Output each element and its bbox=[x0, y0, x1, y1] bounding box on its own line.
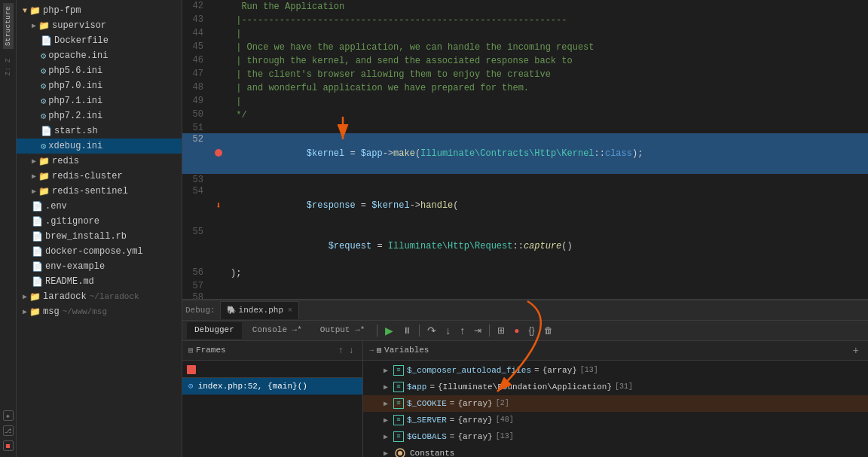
var-item-globals[interactable]: ≡ $GLOBALS = {array} [13] bbox=[363, 428, 868, 445]
frames-nav-down[interactable]: ↓ bbox=[346, 344, 356, 356]
sidebar-item-msg[interactable]: ▶ 📁 msg ~/www/msg bbox=[17, 304, 182, 319]
ini-icon: ⚙ bbox=[41, 141, 46, 152]
breakpoint-dot[interactable] bbox=[215, 149, 222, 157]
sidebar-item-env-example[interactable]: 📄 env-example bbox=[17, 259, 182, 274]
code-line-45: 45 | Once we have the application, we ca… bbox=[182, 41, 868, 54]
tab-debugger[interactable]: Debugger bbox=[187, 322, 242, 339]
folder-icon: 📁 bbox=[29, 291, 41, 303]
var-list: ≡ $_composer_autoload_files = {array} [1… bbox=[363, 361, 868, 457]
structure-tab[interactable]: Structure bbox=[3, 3, 14, 49]
frames-nav-up[interactable]: ↑ bbox=[335, 344, 346, 356]
var-item-cookie[interactable]: ≡ $_COOKIE = {array} [2] bbox=[363, 395, 868, 412]
sidebar-item-readme[interactable]: 📄 README.md bbox=[17, 274, 182, 289]
var-item-server[interactable]: ≡ $_SERVER = {array} [48] bbox=[363, 412, 868, 428]
pause-button[interactable]: ⏸ bbox=[399, 324, 414, 337]
array-type-icon-cookie: ≡ bbox=[393, 398, 404, 409]
frame-item-main[interactable]: ⊙ index.php:52, {main}() bbox=[182, 378, 362, 395]
ini-icon: ⚙ bbox=[41, 50, 46, 62]
envex-icon: 📄 bbox=[32, 261, 43, 273]
frame-icon: ⊙ bbox=[188, 381, 194, 391]
env-icon: 📄 bbox=[32, 201, 43, 212]
folder-icon: 📁 bbox=[38, 171, 50, 182]
sidebar-item-laradock[interactable]: ▶ 📁 laradock ~/laradock bbox=[17, 289, 182, 304]
code-line-56: 56 ); bbox=[182, 267, 868, 280]
yml-icon: 📄 bbox=[32, 246, 43, 257]
code-line-42: 42 Run the Application bbox=[182, 0, 868, 14]
step-over-button[interactable]: ↷ bbox=[424, 323, 439, 338]
bookmark-icon[interactable]: ◈ bbox=[3, 410, 14, 421]
constants-icon bbox=[393, 448, 407, 457]
debug-toolbar: Debugger Console →* Output →* ▶ ⏸ ↷ ↓ ↑ … bbox=[182, 321, 868, 341]
folder-icon: 📁 bbox=[38, 186, 50, 197]
code-area: 42 Run the Application 43 |-------------… bbox=[182, 0, 868, 457]
var-item-autoload[interactable]: ≡ $_composer_autoload_files = {array} [1… bbox=[363, 362, 868, 379]
frame-stop-button[interactable] bbox=[187, 365, 196, 374]
sidebar-item-supervisor[interactable]: ▶ 📁 supervisor bbox=[17, 18, 182, 33]
ini-icon: ⚙ bbox=[41, 96, 46, 107]
code-line-46: 46 | through the kernel, and send the as… bbox=[182, 54, 868, 68]
code-line-44: 44 | bbox=[182, 27, 868, 41]
run-to-cursor-button[interactable]: ⇥ bbox=[471, 324, 484, 337]
toolbar-separator-2 bbox=[419, 324, 420, 337]
frame-label: index.php:52, {main}() bbox=[198, 382, 307, 391]
step-into-button[interactable]: ↓ bbox=[442, 323, 454, 338]
step-out-button[interactable]: ↑ bbox=[457, 323, 468, 338]
script-button[interactable]: {} bbox=[526, 324, 538, 337]
var-item-constants[interactable]: Constants bbox=[363, 445, 868, 457]
debug-tab-close[interactable]: × bbox=[288, 306, 292, 315]
sidebar-item-startsh[interactable]: 📄 start.sh bbox=[17, 123, 182, 139]
expand-icon-server[interactable] bbox=[381, 416, 390, 425]
grid-view-button[interactable]: ⊞ bbox=[494, 324, 508, 337]
code-line-58: 58 $response->send(); bbox=[182, 291, 868, 299]
toolbar-separator bbox=[377, 324, 377, 337]
frames-panel-icon: ▤ bbox=[188, 346, 193, 355]
sidebar-item-php56[interactable]: ⚙ php5.6.ini bbox=[17, 63, 182, 78]
add-variable-button[interactable]: + bbox=[850, 344, 862, 356]
sidebar-item-redis-cluster[interactable]: ▶ 📁 redis-cluster bbox=[17, 169, 182, 184]
array-type-icon-server: ≡ bbox=[393, 415, 404, 425]
sidebar-item-php70[interactable]: ⚙ php7.0.ini bbox=[17, 78, 182, 93]
sidebar-item-redis-sentinel[interactable]: ▶ 📁 redis-sentinel bbox=[17, 184, 182, 199]
sidebar-item-gitignore[interactable]: 📄 .gitignore bbox=[17, 214, 182, 229]
trash-button[interactable]: 🗑 bbox=[541, 324, 556, 337]
var-name-constants: Constants bbox=[410, 449, 454, 457]
record-button[interactable]: ● bbox=[511, 324, 522, 337]
variables-label: Variables bbox=[384, 346, 429, 355]
expand-icon-cookie[interactable] bbox=[381, 399, 390, 408]
var-name-globals: $GLOBALS bbox=[407, 432, 447, 441]
play-button[interactable]: ▶ bbox=[382, 323, 396, 338]
expand-icon-app[interactable] bbox=[381, 382, 390, 391]
sidebar-item-php72[interactable]: ⚙ php7.2.ini bbox=[17, 108, 182, 123]
debug-file-tab[interactable]: 🐘 index.php × bbox=[220, 301, 299, 319]
sidebar-item-env[interactable]: 📄 .env bbox=[17, 199, 182, 214]
sidebar-item-php71[interactable]: ⚙ php7.1.ini bbox=[17, 93, 182, 108]
tab-output[interactable]: Output →* bbox=[313, 322, 372, 339]
folder-icon: 📁 bbox=[38, 156, 50, 167]
folder-icon: 📁 bbox=[29, 306, 41, 318]
debug-icon[interactable]: ⏹ bbox=[3, 440, 14, 451]
tab-console[interactable]: Console →* bbox=[245, 322, 310, 339]
code-line-53: 53 bbox=[182, 174, 868, 185]
code-line-51: 51 bbox=[182, 122, 868, 133]
sidebar-item-php-fpm[interactable]: ▼ 📁 php-fpm bbox=[17, 3, 182, 18]
ini-icon: ⚙ bbox=[41, 81, 46, 92]
sidebar-item-xdebug[interactable]: ⚙ xdebug.ini bbox=[17, 139, 182, 154]
sidebar-item-docker-compose[interactable]: 📄 docker-compose.yml bbox=[17, 244, 182, 259]
sidebar-item-brew[interactable]: 📄 brew_install.rb bbox=[17, 229, 182, 244]
z-tab[interactable]: Z: Z bbox=[3, 55, 14, 79]
sidebar-item-redis[interactable]: ▶ 📁 redis bbox=[17, 154, 182, 169]
folder-icon: 📁 bbox=[29, 5, 41, 17]
git-icon[interactable]: ⎇ bbox=[3, 425, 14, 436]
vars-panel-icon: → bbox=[369, 346, 374, 355]
expand-icon-autoload[interactable] bbox=[381, 366, 390, 375]
expand-icon-globals[interactable] bbox=[381, 432, 390, 441]
code-editor[interactable]: 42 Run the Application 43 |-------------… bbox=[182, 0, 868, 299]
debug-panel: Debug: 🐘 index.php × Debugger Console →*… bbox=[182, 299, 868, 457]
sidebar-item-dockerfile[interactable]: 📄 Dockerfile bbox=[17, 33, 182, 48]
var-item-app[interactable]: ≡ $app = {Illuminate\Foundation\Applicat… bbox=[363, 379, 868, 395]
sidebar-item-opcache[interactable]: ⚙ opcache.ini bbox=[17, 48, 182, 63]
rb-icon: 📄 bbox=[32, 231, 43, 242]
expand-icon-constants[interactable] bbox=[381, 449, 390, 457]
toolbar-separator-3 bbox=[489, 324, 490, 337]
variables-header: → ▤ Variables + bbox=[363, 341, 868, 361]
